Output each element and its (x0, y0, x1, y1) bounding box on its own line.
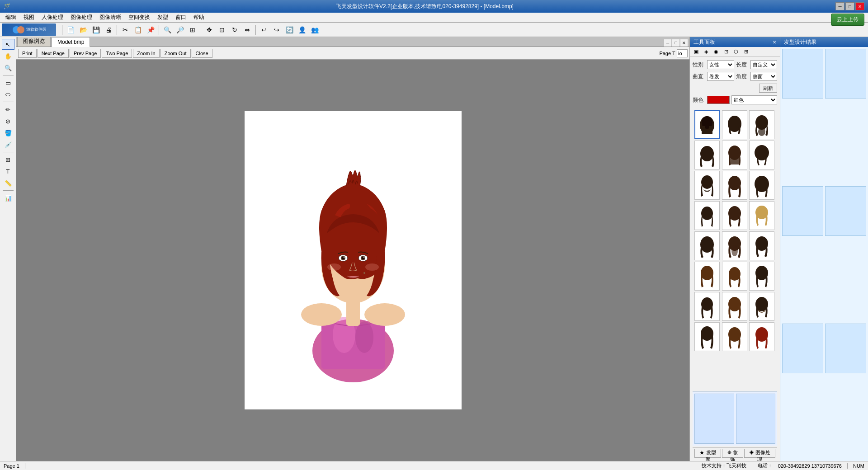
hair-item-9[interactable] (749, 171, 774, 200)
menu-window[interactable]: 窗口 (172, 13, 190, 22)
hair-item-14[interactable] (722, 231, 747, 260)
canvas-area[interactable] (16, 60, 689, 461)
hair-item-20[interactable] (722, 292, 747, 321)
toolbar-cut[interactable]: ✂ (119, 24, 131, 36)
zoom-out-button[interactable]: Zoom Out (160, 49, 191, 58)
tool-eyedrop[interactable]: 💉 (2, 139, 14, 150)
tool-hand[interactable]: ✋ (2, 51, 14, 61)
close-button[interactable]: ✕ (855, 2, 864, 10)
menu-space-transform[interactable]: 空间变换 (125, 13, 154, 22)
tab-beautify[interactable]: ❈ 妆饰 (722, 449, 743, 458)
panel-icon-6[interactable]: ⊞ (741, 48, 750, 56)
toolbar-refresh[interactable]: 🔄 (283, 24, 295, 36)
toolbar-face[interactable]: 👤 (296, 24, 308, 36)
hair-item-11[interactable] (722, 201, 747, 230)
menu-help[interactable]: 帮助 (190, 13, 208, 22)
tool-crop[interactable]: ⊞ (2, 154, 14, 165)
hair-item-3[interactable] (749, 110, 774, 139)
toolbar-zoom-out[interactable]: 🔎 (174, 24, 186, 36)
tool-pointer[interactable]: ↖ (2, 39, 14, 50)
upload-button[interactable]: 云上上传 (831, 14, 864, 26)
tool-eraser[interactable]: ⊘ (2, 116, 14, 127)
toolbar-open[interactable]: 📂 (77, 24, 89, 36)
panel-icon-4[interactable]: ⊡ (722, 48, 731, 56)
toolbar-face2[interactable]: 👥 (309, 24, 321, 36)
tool-text[interactable]: T (2, 166, 14, 177)
result-cell-4[interactable] (825, 186, 866, 236)
curve-select[interactable]: 卷发 直发 (707, 72, 734, 81)
tab-close[interactable]: ✕ (680, 39, 688, 47)
hair-item-5[interactable] (722, 141, 747, 169)
hair-item-8[interactable] (722, 171, 747, 200)
toolbar-new[interactable]: 📄 (65, 24, 76, 36)
result-cell-3[interactable] (782, 186, 823, 236)
toolbar-flip[interactable]: ⇔ (241, 24, 253, 36)
menu-edit[interactable]: 编辑 (2, 13, 20, 22)
hair-item-15[interactable] (749, 231, 774, 260)
zoom-in-button[interactable]: Zoom In (133, 49, 159, 58)
toolbar-save[interactable]: 💾 (90, 24, 102, 36)
toolbar-move[interactable]: ✥ (203, 24, 215, 36)
result-cell-5[interactable] (782, 324, 823, 373)
toolbar-rotate[interactable]: ↻ (229, 24, 241, 36)
hair-item-2[interactable] (722, 110, 747, 139)
menu-portrait[interactable]: 人像处理 (38, 13, 67, 22)
hair-item-16[interactable] (694, 262, 720, 291)
toolbar-copy[interactable]: 📋 (132, 24, 144, 36)
menu-view[interactable]: 视图 (20, 13, 38, 22)
tool-select-rect[interactable]: ▭ (2, 77, 14, 88)
panel-icon-5[interactable]: ⬡ (731, 48, 741, 56)
tab-model[interactable]: Model.bmp (52, 37, 90, 47)
toolbar-paste[interactable]: 📌 (145, 24, 156, 36)
tool-measure[interactable]: 📏 (2, 178, 14, 188)
panel-icon-3[interactable]: ◉ (712, 48, 721, 56)
result-cell-6[interactable] (825, 324, 866, 373)
panel-icon-2[interactable]: ◈ (702, 48, 711, 56)
tool-chart[interactable]: 📊 (2, 193, 14, 203)
tab-minimize[interactable]: ─ (664, 39, 671, 47)
hair-item-17[interactable] (722, 262, 747, 291)
gender-select[interactable]: 女性 男性 (707, 60, 734, 69)
close-image-button[interactable]: Close (192, 49, 212, 58)
hair-item-12[interactable] (749, 201, 774, 230)
hair-item-24[interactable] (749, 322, 774, 351)
hair-item-21[interactable] (749, 292, 774, 321)
tab-image-process[interactable]: ◈ 图像处理 (744, 449, 775, 458)
toolbar-print[interactable]: 🖨 (103, 24, 114, 36)
hair-item-1[interactable] (694, 110, 720, 139)
menu-image-clear[interactable]: 图像清晰 (96, 13, 125, 22)
hair-item-10[interactable] (694, 201, 720, 230)
result-cell-2[interactable] (825, 49, 866, 99)
color-swatch[interactable] (707, 96, 730, 104)
refresh-button[interactable]: 刷新 (759, 84, 777, 93)
tab-maximize[interactable]: □ (672, 39, 679, 47)
tool-bucket[interactable]: 🪣 (2, 127, 14, 138)
hair-item-6[interactable] (749, 141, 774, 169)
hair-item-13[interactable] (694, 231, 720, 260)
length-select[interactable]: 自定义 短发 长发 (750, 60, 778, 69)
result-cell-1[interactable] (782, 49, 823, 99)
hair-grid-container[interactable] (693, 108, 777, 390)
hair-item-23[interactable] (722, 322, 747, 351)
toolbar-fit[interactable]: ⊞ (187, 24, 198, 36)
tool-lasso[interactable]: ⬭ (2, 89, 14, 100)
print-button[interactable]: Print (18, 49, 37, 58)
minimize-button[interactable]: ─ (835, 2, 844, 10)
prev-page-button[interactable]: Prev Page (70, 49, 101, 58)
hair-item-18[interactable] (749, 262, 774, 291)
next-page-button[interactable]: Next Page (38, 49, 69, 58)
angle-select[interactable]: 侧面 正面 (750, 72, 778, 81)
toolbar-redo[interactable]: ↪ (271, 24, 283, 36)
tool-zoom[interactable]: 🔍 (2, 62, 14, 73)
menu-image-process[interactable]: 图像处理 (67, 13, 96, 22)
toolbar-select[interactable]: ⊡ (216, 24, 228, 36)
menu-hairstyle[interactable]: 发型 (154, 13, 172, 22)
maximize-button[interactable]: □ (845, 2, 854, 10)
tab-image-browser[interactable]: 图像浏览 (17, 37, 51, 47)
toolbar-zoom-in[interactable]: 🔍 (161, 24, 173, 36)
page-input[interactable] (677, 49, 688, 57)
hair-item-7[interactable] (694, 171, 720, 200)
two-page-button[interactable]: Two Page (102, 49, 132, 58)
hair-item-4[interactable] (694, 141, 720, 169)
panel-icon-1[interactable]: ▣ (692, 48, 701, 56)
